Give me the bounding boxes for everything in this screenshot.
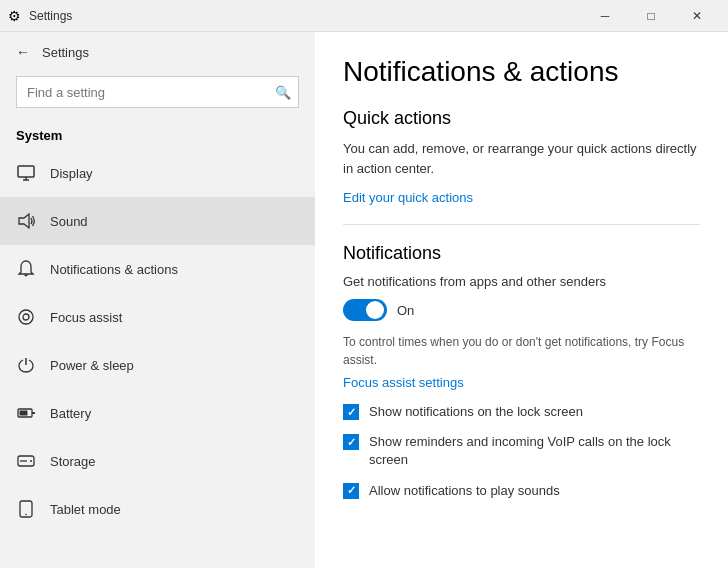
checkbox-sounds: ✓ Allow notifications to play sounds (343, 482, 700, 500)
settings-icon: ⚙ (8, 8, 21, 24)
checkbox-lock-screen-label: Show notifications on the lock screen (369, 403, 583, 421)
search-input[interactable] (16, 76, 299, 108)
power-label: Power & sleep (50, 358, 134, 373)
notifications-toggle-row: On (343, 299, 700, 321)
checkbox-reminders-input[interactable]: ✓ (343, 434, 359, 450)
focus-icon (16, 307, 36, 327)
checkbox-sounds-label: Allow notifications to play sounds (369, 482, 560, 500)
toggle-knob (366, 301, 384, 319)
sidebar-item-focus[interactable]: Focus assist (0, 293, 315, 341)
display-icon (16, 163, 36, 183)
tablet-label: Tablet mode (50, 502, 121, 517)
battery-icon (16, 403, 36, 423)
svg-point-4 (19, 310, 33, 324)
sound-icon (16, 211, 36, 231)
power-icon (16, 355, 36, 375)
quick-actions-desc: You can add, remove, or rearrange your q… (343, 139, 700, 178)
sidebar-item-storage[interactable]: Storage (0, 437, 315, 485)
checkmark-icon: ✓ (347, 406, 356, 419)
svg-point-5 (23, 314, 29, 320)
sidebar-item-power[interactable]: Power & sleep (0, 341, 315, 389)
checkbox-reminders-label: Show reminders and incoming VoIP calls o… (369, 433, 700, 469)
sidebar-section-title: System (0, 120, 315, 149)
section-divider (343, 224, 700, 225)
search-box: 🔍 (16, 76, 299, 108)
battery-label: Battery (50, 406, 91, 421)
svg-rect-8 (20, 411, 28, 416)
svg-rect-7 (32, 412, 35, 414)
title-bar-left: ⚙ Settings (8, 8, 72, 24)
sidebar-item-display[interactable]: Display (0, 149, 315, 197)
notifications-title: Notifications (343, 243, 700, 264)
notifications-section: Notifications Get notifications from app… (343, 243, 700, 500)
quick-actions-title: Quick actions (343, 108, 700, 129)
back-button[interactable]: ← Settings (0, 32, 315, 72)
page-title: Notifications & actions (343, 56, 700, 88)
sidebar: ← Settings 🔍 System Display (0, 32, 315, 568)
storage-label: Storage (50, 454, 96, 469)
title-bar: ⚙ Settings ─ □ ✕ (0, 0, 728, 32)
sidebar-item-battery[interactable]: Battery (0, 389, 315, 437)
checkbox-lock-screen-input[interactable]: ✓ (343, 404, 359, 420)
svg-rect-0 (18, 166, 34, 177)
notifications-icon (16, 259, 36, 279)
sidebar-item-notifications[interactable]: Notifications & actions (0, 245, 315, 293)
svg-point-13 (25, 514, 27, 516)
edit-quick-actions-link[interactable]: Edit your quick actions (343, 190, 473, 205)
toggle-label: On (397, 303, 414, 318)
notifications-label: Notifications & actions (50, 262, 178, 277)
tablet-icon (16, 499, 36, 519)
notifications-toggle[interactable] (343, 299, 387, 321)
close-button[interactable]: ✕ (674, 0, 720, 32)
title-bar-title: Settings (29, 9, 72, 23)
title-bar-controls: ─ □ ✕ (582, 0, 720, 32)
sound-label: Sound (50, 214, 88, 229)
focus-label: Focus assist (50, 310, 122, 325)
back-arrow-icon: ← (16, 44, 30, 60)
svg-marker-3 (19, 214, 29, 228)
maximize-button[interactable]: □ (628, 0, 674, 32)
checkmark-icon-3: ✓ (347, 484, 356, 497)
checkmark-icon-2: ✓ (347, 436, 356, 449)
search-icon: 🔍 (275, 85, 291, 100)
minimize-button[interactable]: ─ (582, 0, 628, 32)
get-notif-label: Get notifications from apps and other se… (343, 274, 700, 289)
app-body: ← Settings 🔍 System Display (0, 32, 728, 568)
main-panel: Notifications & actions Quick actions Yo… (315, 32, 728, 568)
focus-assist-note: To control times when you do or don't ge… (343, 333, 700, 369)
sidebar-item-tablet[interactable]: Tablet mode (0, 485, 315, 533)
back-label: Settings (42, 45, 89, 60)
svg-point-10 (30, 460, 32, 462)
sidebar-item-sound[interactable]: Sound (0, 197, 315, 245)
focus-assist-link[interactable]: Focus assist settings (343, 375, 464, 390)
display-label: Display (50, 166, 93, 181)
storage-icon (16, 451, 36, 471)
checkbox-reminders: ✓ Show reminders and incoming VoIP calls… (343, 433, 700, 469)
checkbox-lock-screen: ✓ Show notifications on the lock screen (343, 403, 700, 421)
checkbox-sounds-input[interactable]: ✓ (343, 483, 359, 499)
